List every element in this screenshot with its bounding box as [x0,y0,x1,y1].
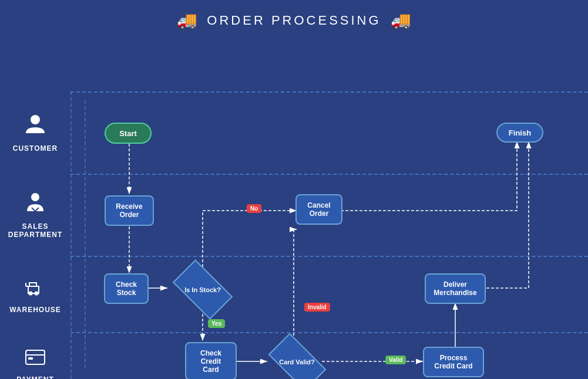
lane-customer: CUSTOMER [0,92,70,174]
svg-rect-9 [26,350,45,364]
no-badge: No [247,204,261,213]
left-vertical-divider [70,92,72,379]
finish-node: Finish [496,123,543,143]
sales-label: SALESDEPARTMENT [8,222,62,239]
page-title: ORDER PROCESSING [207,13,381,28]
warehouse-label: WAREHOUSE [9,306,61,314]
diagram: CUSTOMER SALESDEPARTMENT WAREHOUSE [0,36,588,370]
lane-divider-2 [70,256,588,257]
cancel-order-node: CancelOrder [295,194,342,225]
header: 🚚 ORDER PROCESSING 🚚 [0,0,588,36]
sales-icon [25,191,46,216]
process-credit-card-node: ProcessCredit Card [423,347,484,377]
deliver-merchandise-node: DeliverMerchandise [425,273,486,304]
lane-sales: SALESDEPARTMENT [0,174,70,256]
card-valid-diamond: Card Valid? [263,344,331,379]
svg-point-1 [31,193,39,201]
arrows-svg [0,36,588,370]
svg-point-0 [31,115,40,124]
lane-divider-top [70,92,588,93]
check-credit-card-node: CheckCreditCard [185,342,237,379]
start-node: Start [105,123,152,144]
customer-label: CUSTOMER [13,144,58,153]
lane-warehouse: WAREHOUSE [0,256,70,332]
lane-divider-3 [70,332,588,333]
warehouse-icon [25,275,46,300]
svg-rect-11 [28,357,33,360]
is-in-stock-diamond: Is In Stock? [164,270,241,309]
lane-payment: PAYMENTPROCESSOR [0,332,70,379]
payment-icon [25,349,46,370]
valid-badge: Valid [385,356,406,364]
payment-label: PAYMENTPROCESSOR [10,375,61,380]
truck-left-icon: 🚚 [177,11,197,30]
customer-icon [25,113,46,138]
yes-badge: Yes [208,319,225,328]
lane-divider-1 [70,174,588,175]
invalid-badge: Invalid [304,303,330,312]
truck-right-icon: 🚚 [391,11,411,30]
check-stock-node: CheckStock [104,273,149,304]
receive-order-node: ReceiveOrder [105,195,154,226]
